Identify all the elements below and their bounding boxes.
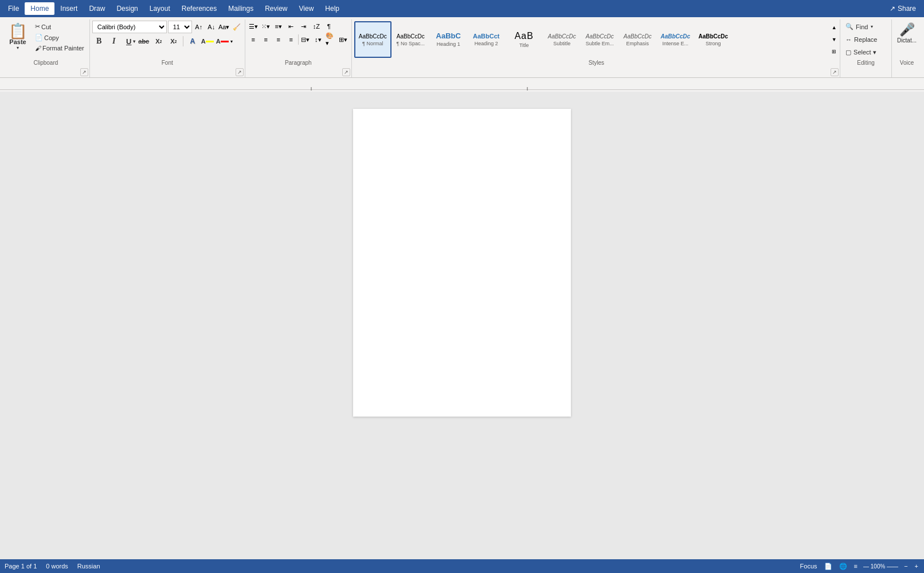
menu-insert[interactable]: Insert (54, 2, 83, 15)
styles-label: Styles (354, 58, 839, 67)
style-subtle-emphasis[interactable]: AaBbCcDc Subtle Em... (581, 21, 618, 58)
web-layout-button[interactable]: 🌐 (838, 562, 848, 564)
style-title[interactable]: AaB Title (506, 21, 543, 58)
menu-design[interactable]: Design (111, 2, 143, 15)
decrease-indent-button[interactable]: ⇤ (285, 21, 297, 32)
font-color-bar (221, 41, 229, 42)
font-color-button[interactable]: A (216, 35, 229, 48)
menu-mailings[interactable]: Mailings (222, 2, 259, 15)
style-emphasis-preview: AaBbCcDc (624, 33, 652, 40)
share-button[interactable]: ↗ Share (884, 2, 922, 15)
style-title-label: Title (519, 42, 529, 48)
line-spacing-button[interactable]: ↕▾ (312, 34, 324, 45)
replace-button[interactable]: ↔ Replace (843, 34, 880, 45)
outline-view-button[interactable]: ≡ (853, 562, 859, 564)
paragraph-expand[interactable]: ↗ (342, 68, 350, 76)
menu-help[interactable]: Help (319, 2, 345, 15)
print-layout-button[interactable]: 📄 (823, 562, 833, 564)
style-subtitle[interactable]: AaBbCcDc Subtitle (543, 21, 581, 58)
underline-dropdown[interactable]: ▾ (133, 39, 135, 44)
font-group: Calibri (Body) 11 8910121416 A↑ A↓ Aa▾ 🧹… (90, 19, 245, 77)
numbering-button[interactable]: ⁙▾ (260, 21, 272, 32)
clipboard-expand[interactable]: ↗ (80, 68, 88, 76)
menu-view[interactable]: View (293, 2, 320, 15)
style-heading2[interactable]: AaBbCct Heading 2 (468, 21, 505, 58)
cut-button[interactable]: ✂ Cut (32, 22, 87, 32)
dictate-label: Dictat... (897, 37, 917, 44)
subscript-button[interactable]: X2 (152, 35, 166, 48)
increase-font-button[interactable]: A↑ (193, 21, 205, 33)
copy-button[interactable]: 📄 Copy (32, 33, 87, 42)
bold-button[interactable]: B (92, 35, 106, 48)
menu-file[interactable]: File (2, 2, 25, 15)
borders-button[interactable]: ⊞▾ (338, 34, 349, 45)
menu-layout[interactable]: Layout (144, 2, 176, 15)
italic-button[interactable]: I (107, 35, 121, 48)
superscript-button[interactable]: X2 (167, 35, 181, 48)
align-left-button[interactable]: ≡ (248, 34, 259, 45)
format-painter-button[interactable]: 🖌 Format Painter (32, 44, 87, 53)
style-subtitle-preview: AaBbCcDc (548, 33, 576, 40)
highlight-color-button[interactable]: A (201, 35, 214, 48)
columns-button[interactable]: ⊟▾ (300, 34, 311, 45)
font-color-dropdown[interactable]: ▾ (230, 39, 233, 44)
style-intense-label: Intense E... (662, 41, 688, 46)
paste-label: Paste (9, 38, 26, 45)
increase-indent-button[interactable]: ⇥ (298, 21, 310, 32)
show-formatting-button[interactable]: ¶ (323, 21, 335, 32)
decrease-font-button[interactable]: A↓ (206, 21, 217, 33)
styles-expand[interactable]: ↗ (831, 68, 839, 76)
menu-draw[interactable]: Draw (83, 2, 111, 15)
style-heading1-label: Heading 1 (437, 41, 460, 47)
bullets-button[interactable]: ☰▾ (248, 21, 259, 32)
multilevel-list-button[interactable]: ≡▾ (273, 21, 284, 32)
zoom-level: — 100% —— (863, 563, 898, 564)
style-emphasis[interactable]: AaBbCcDc Emphasis (619, 21, 656, 58)
styles-more[interactable]: ⊞ (829, 46, 839, 57)
cut-label: Cut (41, 23, 51, 30)
page[interactable] (353, 109, 571, 417)
clipboard-right: ✂ Cut 📄 Copy 🖌 Format Painter (32, 21, 87, 58)
font-label: Font (92, 58, 242, 67)
font-size-select[interactable]: 11 8910121416 (168, 21, 192, 33)
style-heading1[interactable]: AaBbC Heading 1 (430, 21, 467, 58)
change-case-button[interactable]: Aa▾ (218, 21, 230, 33)
font-face-select[interactable]: Calibri (Body) (92, 21, 167, 33)
style-no-spacing[interactable]: AaBbCcDc ¶ No Spac... (392, 21, 429, 58)
style-intense[interactable]: AaBbCcDc Intense E... (657, 21, 694, 58)
align-right-button[interactable]: ≡ (273, 34, 284, 45)
font-expand[interactable]: ↗ (236, 68, 244, 76)
replace-icon: ↔ (845, 36, 852, 43)
menu-home[interactable]: Home (25, 2, 54, 15)
clear-formatting-button[interactable]: 🧹 (231, 21, 242, 33)
styles-scroll-down[interactable]: ▼ (829, 34, 839, 45)
ruler (0, 78, 924, 92)
text-effects-button[interactable]: A (186, 35, 199, 48)
zoom-in-button[interactable]: + (914, 562, 919, 564)
underline-button[interactable]: U ▾ (122, 35, 136, 48)
align-center-button[interactable]: ≡ (260, 34, 272, 45)
select-button[interactable]: ▢ Select ▾ (843, 46, 879, 58)
style-strong-preview: AaBbCcDc (698, 33, 728, 40)
menu-review[interactable]: Review (259, 2, 293, 15)
strikethrough-button[interactable]: abc (137, 35, 151, 48)
paragraph-group: ☰▾ ⁙▾ ≡▾ ⇤ ⇥ ↕Z ¶ ≡ ≡ ≡ ≡ ⊟▾ (245, 19, 352, 77)
shading-button[interactable]: 🎨▾ (325, 34, 336, 45)
zoom-out-button[interactable]: − (903, 562, 909, 564)
find-button[interactable]: 🔍 Find ▾ (843, 21, 875, 33)
paste-button[interactable]: 📋 Paste ▾ (5, 21, 31, 58)
find-dropdown[interactable]: ▾ (871, 24, 873, 29)
paste-icon: 📋 (9, 23, 27, 38)
style-strong-label: Strong (706, 41, 721, 46)
style-normal[interactable]: AaBbCcDc ¶ Normal (354, 21, 391, 58)
find-label: Find (856, 23, 868, 30)
styles-scroll-up[interactable]: ▲ (829, 22, 839, 33)
select-icon: ▢ (845, 49, 851, 56)
dictate-button[interactable]: 🎤 Dictat... (894, 21, 919, 45)
sort-button[interactable]: ↕Z (311, 21, 322, 32)
style-strong[interactable]: AaBbCcDc Strong (695, 21, 732, 58)
menu-references[interactable]: References (176, 2, 222, 15)
justify-button[interactable]: ≡ (285, 34, 297, 45)
focus-button[interactable]: Focus (799, 562, 819, 564)
language[interactable]: Russian (77, 563, 100, 564)
